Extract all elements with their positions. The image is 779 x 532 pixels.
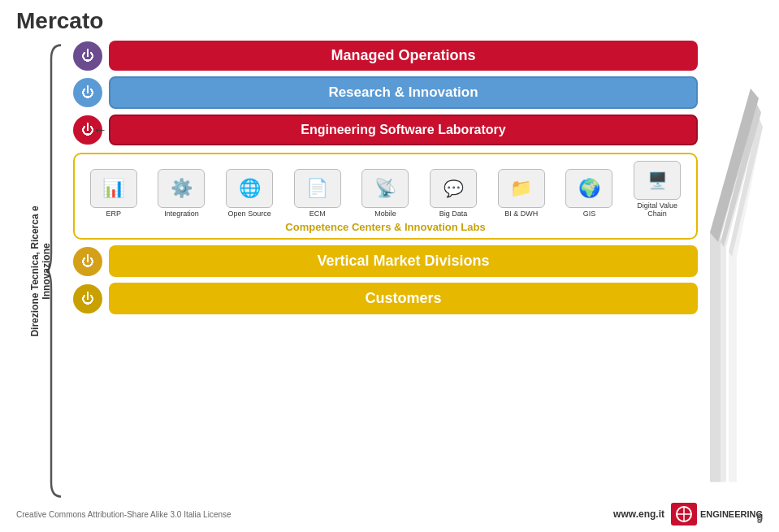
power-icon-customers: ⏻ [81,292,94,306]
comp-label-bi-dwh: BI & DWH [504,210,538,218]
vertical-label: Direzione Tecnica, Ricerca e Innovazione [29,182,52,361]
comp-label-mobile: Mobile [374,210,396,218]
comp-item-digital-value-chain: 🖥️ Digital Value Chain [628,161,686,218]
comp-item-mobile: 📡 Mobile [356,169,414,218]
center-column: ⏻ Managed Operations ⏻ Research & Innova… [69,41,702,501]
competence-centers-label: Competence Centers & Innovation Labs [80,221,691,233]
comp-item-bi-dwh: 📁 BI & DWH [492,169,551,218]
license-text: Creative Commons Attribution-Share Alike… [16,510,232,519]
comp-item-ecm: 📄 ECM [288,169,347,218]
row-customers: ⏻ Customers [73,283,698,314]
comp-icon-digital-value-chain: 🖥️ [634,161,681,200]
comp-icon-erp: 📊 [90,169,137,208]
footer: Creative Commons Attribution-Share Alike… [0,503,779,526]
comp-item-big-data: 💬 Big Data [424,169,483,218]
customers-label: Customers [365,290,441,306]
row-research: ⏻ Research & Innovation [73,76,698,109]
page-title: Mercato [16,8,103,34]
engineering-logo-svg [674,505,694,523]
engineering-logo-icon [671,503,697,526]
comp-item-erp: 📊 ERP [84,169,143,218]
engineering-logo: ENGINEERING [671,503,763,526]
comp-label-big-data: Big Data [439,210,468,218]
icon-customers: ⏻ [73,284,102,314]
right-column [702,41,767,501]
icon-managed: ⏻ [73,41,102,71]
main-layout: Direzione Tecnica, Ricerca e Innovazione… [12,41,767,501]
comp-label-open-source: Open Source [228,210,271,218]
competence-icons-row: 📊 ERP ⚙️ Integration 🌐 Open Source 📄 ECM [80,161,691,218]
box-engineering: ← Engineering Software Laboratory [109,115,698,145]
box-vertical-market: Vertical Market Divisions [109,245,698,277]
comp-item-open-source: 🌐 Open Source [220,169,279,218]
box-managed: Managed Operations [109,41,698,71]
icon-research: ⏻ [73,78,102,107]
comp-icon-ecm: 📄 [294,169,341,208]
comp-icon-bi-dwh: 📁 [498,169,545,208]
footer-url: www.eng.it [613,508,664,520]
comp-item-gis: 🌍 GIS [560,169,618,218]
power-icon-research: ⏻ [81,85,94,100]
comp-icon-open-source: 🌐 [226,169,273,208]
comp-label-erp: ERP [106,210,122,218]
footer-logo-area: www.eng.it ENGINEERING [613,503,763,526]
vertical-label-wrap: Direzione Tecnica, Ricerca e Innovazione [12,41,69,501]
research-label: Research & Innovation [328,84,478,100]
comp-label-integration: Integration [164,210,199,218]
comp-icon-integration: ⚙️ [158,169,205,208]
power-icon-managed: ⏻ [81,49,94,63]
comp-icon-mobile: 📡 [361,169,409,208]
competence-centers-box: 📊 ERP ⚙️ Integration 🌐 Open Source 📄 ECM [73,153,698,240]
engineering-company-name: ENGINEERING [700,509,763,519]
arrow-left-icon: ← [93,122,107,139]
comp-label-digital-value-chain: Digital Value Chain [628,201,686,218]
comp-label-gis: GIS [583,210,596,218]
comp-icon-big-data: 💬 [430,169,477,208]
comp-item-integration: ⚙️ Integration [152,169,210,218]
comp-icon-gis: 🌍 [565,169,612,208]
page-number-bottom: 9 [756,513,763,526]
vertical-market-label: Vertical Market Divisions [317,253,489,269]
icon-vertical-market: ⏻ [73,247,102,276]
row-vertical-market: ⏻ Vertical Market Divisions [73,245,698,277]
box-customers: Customers [109,283,698,314]
power-icon-vertical: ⏻ [81,254,94,269]
comp-label-ecm: ECM [309,210,326,218]
row-engineering: ⏻ ← Engineering Software Laboratory [73,115,698,145]
box-research: Research & Innovation [109,76,698,109]
engineering-label: Engineering Software Laboratory [301,123,505,136]
left-column: Direzione Tecnica, Ricerca e Innovazione [12,41,69,501]
diagonal-arrows-icon [706,41,763,501]
managed-label: Managed Operations [331,47,475,63]
row-managed: ⏻ Managed Operations [73,41,698,71]
